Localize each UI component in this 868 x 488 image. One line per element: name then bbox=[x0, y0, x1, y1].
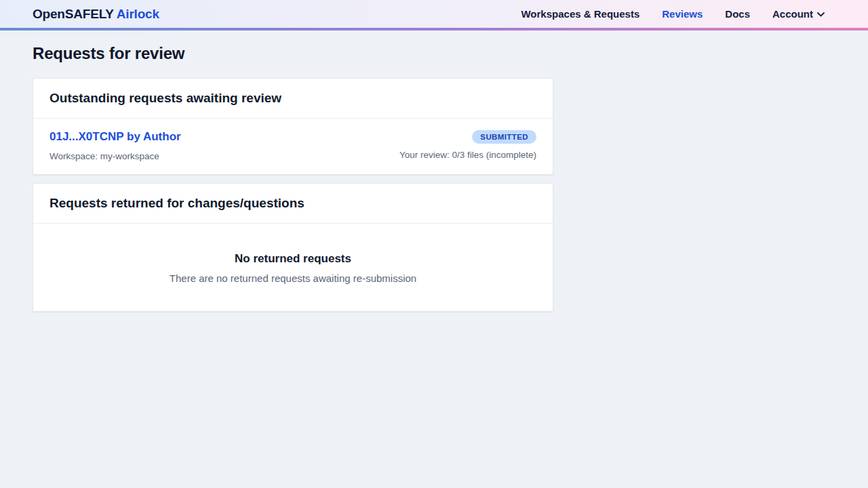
logo-text-secondary: Airlock bbox=[117, 7, 159, 21]
chevron-down-icon bbox=[817, 12, 825, 17]
returned-requests-empty-state: No returned requests There are no return… bbox=[33, 224, 553, 311]
status-badge: SUBMITTED bbox=[472, 130, 536, 144]
nav-item-docs[interactable]: Docs bbox=[725, 8, 750, 20]
empty-state-message: There are no returned requests awaiting … bbox=[50, 272, 536, 284]
outstanding-requests-heading: Outstanding requests awaiting review bbox=[50, 91, 536, 106]
returned-requests-card-header: Requests returned for changes/questions bbox=[33, 184, 553, 224]
navbar-inner: OpenSAFELY Airlock Workspaces & Requests… bbox=[0, 0, 868, 28]
nav-item-account-label: Account bbox=[772, 8, 813, 20]
request-workspace-label: Workspace: my-workspace bbox=[50, 151, 181, 161]
returned-requests-heading: Requests returned for changes/questions bbox=[50, 196, 536, 211]
empty-state-title: No returned requests bbox=[50, 252, 536, 266]
request-details: 01J...X0TCNP by Author Workspace: my-wor… bbox=[50, 130, 181, 161]
navbar: OpenSAFELY Airlock Workspaces & Requests… bbox=[0, 0, 868, 30]
request-link[interactable]: 01J...X0TCNP by Author bbox=[50, 130, 181, 144]
review-progress-text: Your review: 0/3 files (incomplete) bbox=[399, 150, 536, 160]
app-logo[interactable]: OpenSAFELY Airlock bbox=[33, 7, 159, 22]
main-content: Requests for review Outstanding requests… bbox=[0, 30, 868, 312]
outstanding-requests-card-header: Outstanding requests awaiting review bbox=[33, 79, 553, 119]
nav-item-workspaces-requests[interactable]: Workspaces & Requests bbox=[521, 8, 639, 20]
page-title: Requests for review bbox=[33, 44, 835, 63]
returned-requests-card: Requests returned for changes/questions … bbox=[33, 183, 553, 312]
nav-item-account[interactable]: Account bbox=[772, 8, 825, 20]
request-list-item: 01J...X0TCNP by Author Workspace: my-wor… bbox=[33, 119, 553, 174]
request-status: SUBMITTED Your review: 0/3 files (incomp… bbox=[399, 130, 536, 160]
nav-item-reviews[interactable]: Reviews bbox=[662, 8, 703, 20]
outstanding-requests-card: Outstanding requests awaiting review 01J… bbox=[33, 78, 553, 175]
logo-text-primary: OpenSAFELY bbox=[33, 7, 113, 21]
main-nav: Workspaces & Requests Reviews Docs Accou… bbox=[521, 8, 825, 20]
